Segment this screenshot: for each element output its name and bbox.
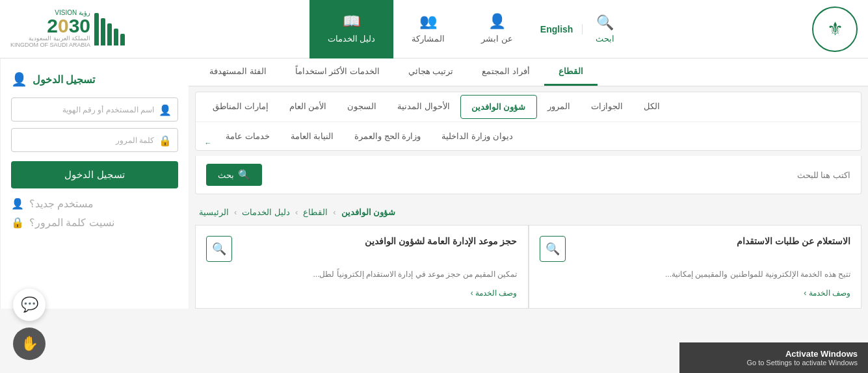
service-inquiry-link[interactable]: وصف الخدمة › [804,289,850,298]
login-button[interactable]: تسجيل الدخول [11,161,178,188]
breadcrumb-sep1: › [234,207,237,217]
cat-traffic[interactable]: المرور [537,95,581,119]
content-area: القطاع أفراد المجتمع ترتيب هجائي الخدمات… [189,58,868,309]
breadcrumb-sep3: › [333,207,335,217]
bar1 [120,34,125,45]
new-user-link[interactable]: مستخدم جديد؟ 👤 [11,198,178,210]
tabs-row: القطاع أفراد المجتمع ترتيب هجائي الخدمات… [189,58,868,86]
breadcrumb-home[interactable]: الرئيسية [199,207,229,217]
logo-icon: ⚜ [812,6,858,52]
tab-sort[interactable]: ترتيب هجائي [394,58,468,86]
user-icon: 👤 [159,103,172,116]
service-inquiry-more[interactable]: وصف الخدمة › [540,287,851,298]
side-arrow: ↓ [202,125,215,148]
search-btn-label: بحث [218,170,234,180]
cat-prisons[interactable]: السجون [337,95,387,119]
category-row-1: الكل الجوازات المرور شؤون الوافدين الأحو… [196,92,861,122]
forgot-password-link[interactable]: نسيت كلمة المرور؟ 🔒 [11,216,178,229]
header-left: ⚜ [812,6,858,52]
service-card-appointment[interactable]: حجز موعد الإدارة العامة لشؤون الوافدين 🔍… [195,225,529,309]
cat-general-services[interactable]: خدمات عامة [215,125,280,148]
header: ⚜ 🔍 ابحث English 👤 عن ابشر 👥 المشاركة 📖 … [0,0,868,58]
login-links: مستخدم جديد؟ 👤 نسيت كلمة المرور؟ 🔒 [11,198,178,229]
cat-regions[interactable]: إمارات المناطق [202,95,279,119]
nav-participation-label: المشاركة [412,34,445,44]
bar5 [94,13,99,45]
login-sidebar: تسجيل الدخول 👤 👤 🔒 تسجيل الدخول مستخدم ج… [0,58,189,309]
category-nav: الكل الجوازات المرور شؤون الوافدين الأحو… [195,92,861,151]
username-input[interactable] [11,97,178,122]
service-appointment-header: حجز موعد الإدارة العامة لشؤون الوافدين 🔍 [206,236,518,262]
tab-target[interactable]: الفئة المستهدفة [195,58,281,86]
service-inquiry-icon: 🔍 [540,236,566,262]
participation-icon: 👥 [419,13,437,30]
breadcrumb-guide[interactable]: دليل الخدمات [242,207,290,217]
service-appointment-title: حجز موعد الإدارة العامة لشؤون الوافدين [239,236,518,246]
nav-service-guide-label: دليل الخدمات [328,34,376,44]
forgot-password-text: نسيت كلمة المرور؟ [29,216,114,229]
new-user-text: مستخدم جديد؟ [29,198,94,210]
service-appointment-icon: 🔍 [206,236,232,262]
main-container: القطاع أفراد المجتمع ترتيب هجائي الخدمات… [0,58,868,309]
services-grid: الاستعلام عن طلبات الاستقدام 🔍 تتيح هذه … [195,225,861,309]
search-button[interactable]: 🔍 بحث [206,164,262,186]
about-icon: 👤 [488,13,506,30]
bar2 [114,29,118,45]
service-appointment-desc: تمكين المقيم من حجز موعد في إدارة الاستق… [206,268,518,281]
cat-interior[interactable]: ديوان وزارة الداخلية [431,125,523,148]
tab-most-used[interactable]: الخدمات الأكثر استخداماً [281,58,394,86]
english-toggle[interactable]: English [531,24,583,34]
nav-item-participation[interactable]: 👥 المشاركة [393,0,463,58]
vision-kingdom-en: KINGDOM OF SAUDI ARABIA [10,42,90,49]
search-bar: 🔍 بحث [195,156,861,194]
vision-text: رؤية VISION 2030 المملكة العربية السعودي… [10,9,90,49]
cat-hajj[interactable]: وزارة الحج والعمرة [344,125,431,148]
search-btn-icon: 🔍 [238,169,250,181]
search-input[interactable] [267,170,850,180]
search-nav-item[interactable]: 🔍 ابحث [583,14,627,44]
service-appointment-link[interactable]: وصف الخدمة › [471,289,518,298]
cat-expats[interactable]: شؤون الوافدين [460,95,537,119]
breadcrumb: شؤون الوافدين › القطاع › دليل الخدمات › … [189,199,868,225]
breadcrumb-current: شؤون الوافدين [341,207,396,217]
forgot-password-icon: 🔒 [11,216,24,229]
vision-bars [94,13,125,45]
username-wrap: 👤 [11,97,178,122]
tab-sector[interactable]: القطاع [544,58,598,86]
service-card-inquiry[interactable]: الاستعلام عن طلبات الاستقدام 🔍 تتيح هذه … [529,225,862,309]
bar3 [107,23,112,45]
vision-year: 2030 [10,16,90,36]
main-nav: 🔍 ابحث English 👤 عن ابشر 👥 المشاركة 📖 دل… [309,0,628,58]
login-title-text: تسجيل الدخول [33,73,95,86]
login-title-icon: 👤 [11,71,27,87]
cat-prosecution[interactable]: النيابة العامة [280,125,345,148]
password-input[interactable] [11,128,178,152]
service-inquiry-desc: تتيح هذه الخدمة الإلكترونية للمواطنين وا… [540,268,851,281]
service-inquiry-header: الاستعلام عن طلبات الاستقدام 🔍 [540,236,851,262]
nav-item-service-guide[interactable]: 📖 دليل الخدمات [309,0,394,58]
breadcrumb-sector[interactable]: القطاع [303,207,328,217]
cat-civil[interactable]: الأحوال المدنية [387,95,460,119]
bar4 [101,18,105,45]
service-inquiry-title: الاستعلام عن طلبات الاستقدام [572,236,851,246]
login-title: تسجيل الدخول 👤 [11,71,178,87]
nav-item-about[interactable]: 👤 عن ابشر [463,0,531,58]
service-appointment-more[interactable]: وصف الخدمة › [206,287,518,298]
cat-passports[interactable]: الجوازات [581,95,633,119]
cat-security[interactable]: الأمن العام [279,95,337,119]
password-wrap: 🔒 [11,128,178,152]
service-guide-icon: 📖 [343,13,360,30]
lock-icon: 🔒 [159,134,172,146]
category-row-2: ديوان وزارة الداخلية وزارة الحج والعمرة … [196,122,861,150]
cat-all[interactable]: الكل [633,95,670,119]
vision-logo: رؤية VISION 2030 المملكة العربية السعودي… [10,9,125,49]
search-icon: 🔍 [596,14,614,31]
tab-individuals[interactable]: أفراد المجتمع [467,58,544,86]
breadcrumb-sep2: › [295,207,298,217]
nav-about-label: عن ابشر [481,34,513,44]
new-user-icon: 👤 [11,198,24,210]
search-label: ابحث [596,34,614,44]
